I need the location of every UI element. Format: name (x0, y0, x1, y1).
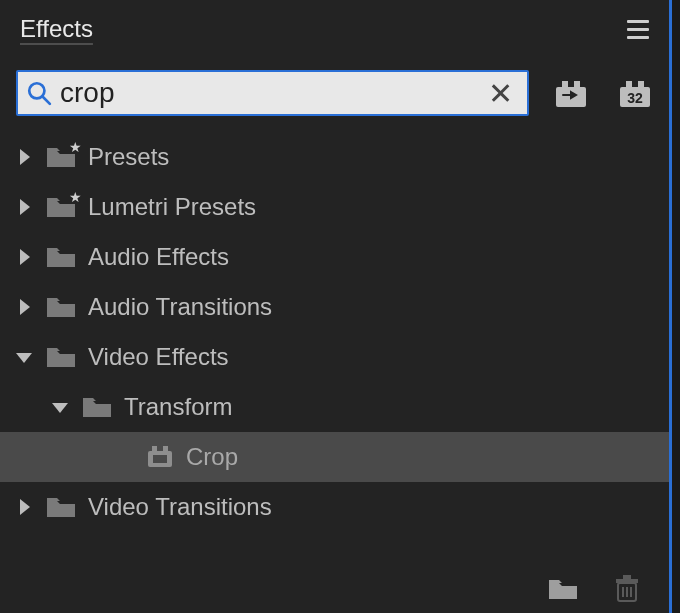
tree-item-label: Video Effects (88, 343, 229, 371)
tree-item-crop[interactable]: Crop (0, 432, 669, 482)
preset-bin-32-button[interactable]: 32 (613, 73, 657, 113)
folder-icon: ★ (46, 195, 76, 219)
svg-rect-10 (152, 446, 157, 451)
folder-icon (46, 245, 76, 269)
svg-rect-12 (153, 455, 167, 463)
search-icon (26, 80, 52, 106)
preset-bin-icon (553, 77, 589, 109)
folder-icon (82, 395, 112, 419)
chevron-down-icon (16, 353, 32, 363)
tree-item-audio-effects[interactable]: Audio Effects (0, 232, 669, 282)
tree-item-label: Video Transitions (88, 493, 272, 521)
svg-rect-6 (626, 81, 632, 87)
menu-icon (627, 28, 649, 31)
vertical-scrollbar[interactable] (653, 130, 665, 550)
folder-icon (46, 345, 76, 369)
chevron-right-icon (20, 199, 30, 215)
star-badge-icon: ★ (69, 139, 82, 155)
effect-icon (146, 445, 174, 469)
panel-titlebar: Effects (0, 0, 669, 58)
tree-item-label: Transform (124, 393, 232, 421)
search-input[interactable] (52, 72, 484, 114)
tree-item-presets[interactable]: ★ Presets (0, 132, 669, 182)
folder-icon: ★ (46, 145, 76, 169)
panel-title: Effects (20, 15, 621, 43)
tree-item-label: Lumetri Presets (88, 193, 256, 221)
chevron-right-icon (20, 299, 30, 315)
chevron-right-icon (20, 249, 30, 265)
new-bin-button[interactable] (545, 571, 581, 607)
tree-item-video-effects[interactable]: Video Effects (0, 332, 669, 382)
effects-tree: ★ Presets ★ Lumetri Presets Audio Effect… (0, 130, 669, 532)
svg-rect-15 (623, 575, 631, 579)
svg-rect-14 (616, 579, 638, 583)
folder-icon (46, 495, 76, 519)
panel-menu-button[interactable] (621, 12, 655, 46)
tree-item-video-transitions[interactable]: Video Transitions (0, 482, 669, 532)
svg-text:32: 32 (627, 90, 643, 106)
folder-icon (46, 295, 76, 319)
tree-item-lumetri-presets[interactable]: ★ Lumetri Presets (0, 182, 669, 232)
preset-bin-button[interactable] (549, 73, 593, 113)
preset-bin-32-icon: 32 (617, 77, 653, 109)
chevron-right-icon (20, 149, 30, 165)
search-field: ✕ (16, 70, 529, 116)
trash-icon (614, 575, 640, 603)
chevron-right-icon (20, 499, 30, 515)
star-badge-icon: ★ (69, 189, 82, 205)
svg-line-1 (42, 96, 50, 104)
clear-search-button[interactable]: ✕ (484, 76, 517, 111)
svg-rect-11 (163, 446, 168, 451)
tree-item-audio-transitions[interactable]: Audio Transitions (0, 282, 669, 332)
svg-rect-3 (562, 81, 568, 87)
folder-icon (548, 577, 578, 601)
effects-panel: Effects ✕ 32 (0, 0, 672, 613)
tree-item-label: Crop (186, 443, 238, 471)
search-toolbar: ✕ 32 (0, 58, 669, 130)
tree-item-transform[interactable]: Transform (0, 382, 669, 432)
svg-rect-7 (638, 81, 644, 87)
delete-button[interactable] (609, 571, 645, 607)
chevron-down-icon (52, 403, 68, 413)
svg-rect-4 (574, 81, 580, 87)
tree-item-label: Audio Transitions (88, 293, 272, 321)
tree-item-label: Audio Effects (88, 243, 229, 271)
panel-footer (545, 571, 645, 607)
tree-item-label: Presets (88, 143, 169, 171)
